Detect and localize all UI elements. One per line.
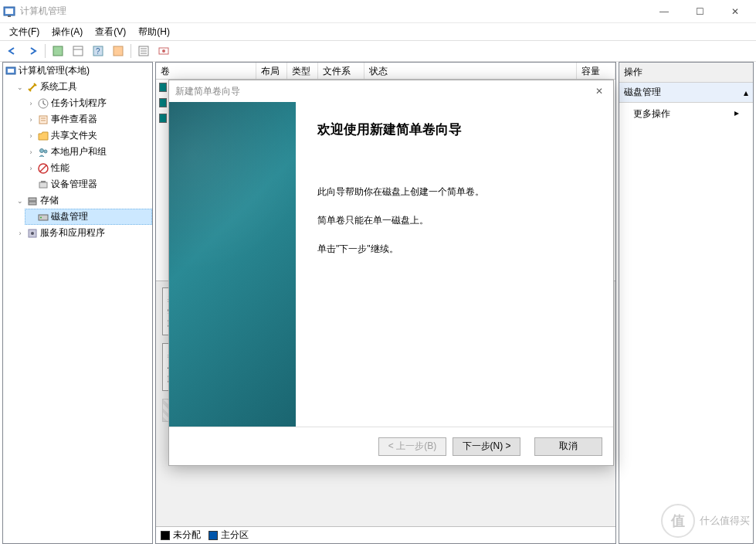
- wizard-heading: 欢迎使用新建简单卷向导: [317, 121, 592, 138]
- tree-root[interactable]: 计算机管理(本地): [3, 63, 152, 79]
- tree-services-apps[interactable]: › 服务和应用程序: [14, 225, 152, 241]
- svg-point-30: [40, 216, 42, 218]
- tree-system-tools[interactable]: ⌄ 系统工具: [14, 79, 152, 95]
- svg-rect-16: [8, 69, 14, 73]
- collapse-icon[interactable]: ⌄: [15, 196, 25, 206]
- legend-unallocated: 未分配: [161, 529, 201, 542]
- svg-rect-3: [53, 46, 63, 56]
- event-icon: [37, 114, 49, 126]
- close-button[interactable]: ✕: [717, 0, 753, 23]
- volume-stripe-icon: [159, 83, 167, 92]
- clock-icon: [37, 97, 49, 110]
- toolbar-btn-5[interactable]: [134, 42, 153, 60]
- svg-point-22: [44, 150, 47, 153]
- actions-panel: 操作 磁盘管理 ▴ 更多操作 ▸: [619, 62, 754, 544]
- svg-rect-2: [8, 15, 11, 17]
- collapse-arrow-icon: ▴: [744, 87, 748, 98]
- performance-icon: [37, 162, 49, 175]
- svg-rect-25: [39, 182, 47, 188]
- wizard-footer: < 上一步(B) 下一步(N) > 取消: [169, 427, 613, 465]
- volume-list-header: 卷 布局 类型 文件系统 状态 容量: [156, 63, 615, 80]
- svg-rect-8: [114, 46, 123, 56]
- window-title: 计算机管理: [20, 5, 646, 18]
- tree-storage[interactable]: ⌄ 存储: [14, 192, 152, 209]
- svg-text:?: ?: [96, 47, 100, 56]
- expand-icon[interactable]: ›: [15, 229, 25, 238]
- wizard-title-text: 新建简单卷向导: [175, 85, 240, 98]
- svg-point-32: [31, 232, 34, 235]
- watermark-text: 什么值得买: [700, 514, 750, 528]
- toolbar-btn-6[interactable]: [154, 42, 173, 60]
- watermark: 值 什么值得买: [661, 504, 750, 538]
- services-icon: [26, 227, 39, 240]
- actions-more[interactable]: 更多操作 ▸: [619, 103, 753, 125]
- tree-panel: 计算机管理(本地) ⌄ 系统工具 › 任务计划程序 › 事件查看器: [2, 62, 153, 544]
- col-status[interactable]: 状态: [364, 63, 577, 79]
- toolbar-btn-3[interactable]: ?: [89, 42, 107, 60]
- new-simple-volume-wizard: 新建简单卷向导 ✕ 欢迎使用新建简单卷向导 此向导帮助你在磁盘上创建一个简单卷。…: [168, 80, 614, 466]
- tree-local-users[interactable]: › 本地用户和组: [25, 144, 152, 160]
- col-layout[interactable]: 布局: [256, 63, 287, 79]
- tools-icon: [26, 81, 39, 94]
- wizard-close-button[interactable]: ✕: [592, 83, 607, 99]
- svg-point-21: [40, 148, 44, 152]
- tree-task-scheduler[interactable]: › 任务计划程序: [25, 95, 152, 111]
- collapse-icon[interactable]: ⌄: [15, 83, 25, 92]
- actions-category[interactable]: 磁盘管理 ▴: [619, 83, 753, 103]
- expand-icon[interactable]: ›: [26, 164, 36, 173]
- watermark-icon: 值: [661, 504, 695, 538]
- tree-device-manager[interactable]: › 设备管理器: [25, 176, 152, 192]
- forward-button[interactable]: [23, 42, 42, 60]
- expand-icon[interactable]: ›: [26, 148, 36, 157]
- svg-rect-26: [41, 181, 46, 182]
- col-capacity[interactable]: 容量: [577, 63, 615, 79]
- tree-performance[interactable]: › 性能: [25, 160, 152, 176]
- expand-icon[interactable]: ›: [26, 115, 36, 124]
- back-button[interactable]: [3, 42, 22, 60]
- col-filesystem[interactable]: 文件系统: [318, 63, 364, 79]
- svg-rect-4: [73, 46, 83, 56]
- users-icon: [37, 146, 49, 158]
- svg-rect-28: [29, 202, 36, 205]
- wizard-text: 单击"下一步"继续。: [317, 242, 592, 257]
- tree-disk-management[interactable]: › 磁盘管理: [25, 209, 152, 225]
- device-icon: [37, 178, 49, 191]
- menu-view[interactable]: 查看(V): [89, 24, 132, 40]
- toolbar-btn-2[interactable]: [69, 42, 87, 60]
- tree-event-viewer[interactable]: › 事件查看器: [25, 111, 152, 128]
- volume-stripe-icon: [159, 98, 167, 107]
- actions-header: 操作: [619, 63, 753, 83]
- svg-rect-18: [39, 116, 47, 124]
- computer-icon: [5, 65, 17, 77]
- wizard-cancel-button[interactable]: 取消: [534, 437, 602, 456]
- legend-primary: 主分区: [208, 529, 249, 542]
- disk-icon: [37, 211, 49, 223]
- wizard-titlebar[interactable]: 新建简单卷向导 ✕: [169, 80, 613, 102]
- minimize-button[interactable]: —: [646, 0, 682, 23]
- svg-point-14: [162, 49, 165, 53]
- col-volume[interactable]: 卷: [156, 63, 256, 79]
- wizard-text: 简单卷只能在单一磁盘上。: [317, 213, 592, 228]
- wizard-text: 此向导帮助你在磁盘上创建一个简单卷。: [317, 185, 592, 199]
- toolbar-btn-4[interactable]: [109, 42, 127, 60]
- wizard-next-button[interactable]: 下一步(N) >: [453, 437, 520, 456]
- toolbar-btn-1[interactable]: [49, 42, 67, 60]
- app-icon: [3, 5, 15, 18]
- volume-stripe-icon: [159, 114, 167, 123]
- tree-shared-folders[interactable]: › 共享文件夹: [25, 128, 152, 144]
- menu-action[interactable]: 操作(A): [46, 24, 89, 40]
- menu-file[interactable]: 文件(F): [3, 24, 46, 40]
- svg-rect-1: [5, 8, 13, 14]
- col-type[interactable]: 类型: [287, 63, 318, 79]
- wizard-banner: [169, 102, 296, 427]
- menubar: 文件(F) 操作(A) 查看(V) 帮助(H): [0, 23, 756, 40]
- expand-icon[interactable]: ›: [26, 99, 36, 108]
- maximize-button[interactable]: ☐: [682, 0, 717, 23]
- svg-line-24: [40, 165, 46, 172]
- expand-icon[interactable]: ›: [26, 131, 36, 141]
- wizard-back-button: < 上一步(B): [378, 437, 446, 456]
- svg-rect-29: [39, 215, 48, 220]
- menu-help[interactable]: 帮助(H): [132, 24, 176, 40]
- toolbar: ?: [0, 40, 756, 62]
- folder-share-icon: [37, 130, 49, 142]
